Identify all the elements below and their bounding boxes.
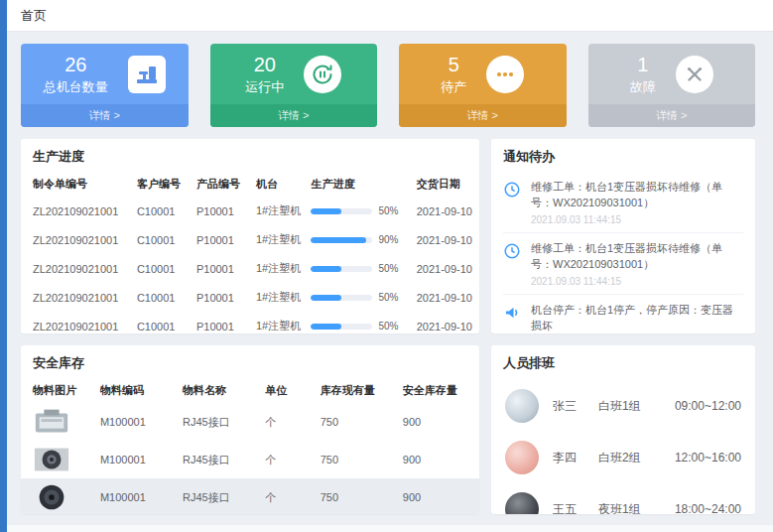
unit-cell: 个 [259,478,314,514]
notification-item[interactable]: 维修工单：机台1变压器损坏待维修（单号：WX202109031001） 2021… [503,172,743,233]
inventory-table: 物料图片 物料编码 物料名称 单位 库存现有量 安全库存量 [21,378,479,514]
stat-card-running[interactable]: 20 运行中 详情 > [210,44,378,127]
running-value: 20 [245,53,284,76]
col-safety-stock: 安全库存量 [397,378,479,403]
delivery-date-cell: 2021-09-10 [411,312,479,333]
total-machines-label: 总机台数量 [44,78,108,96]
machine-cell: 1#注塑机 [250,283,305,312]
running-icon [304,56,341,93]
material-name-cell: RJ45接口 [177,478,259,514]
progress-percent: 90% [378,234,398,245]
delivery-date-cell: 2021-09-10 [411,283,479,312]
safety-stock-cell: 900 [397,441,479,478]
customer-no-cell: C10001 [131,225,191,254]
shift-label: 白班2组 [598,450,664,466]
shift-time: 12:00~16:00 [675,451,741,465]
notification-content: 维修工单：机台1变压器损坏待维修（单号：WX202109031001） 2021… [531,180,743,225]
panel-safety-inventory: 安全库存 物料图片 物料编码 物料名称 单位 库存现有量 安全库存量 [21,345,479,514]
stat-card-text: 1 故障 [630,53,656,96]
product-no-cell: P10001 [191,254,250,283]
product-no-cell: P10001 [191,197,250,225]
stat-card-text: 20 运行中 [245,53,284,96]
progress-cell: 50% [305,197,410,225]
col-material-image: 物料图片 [21,378,94,403]
stat-card-body: 1 故障 [588,44,756,104]
running-detail-link[interactable]: 详情 > [210,104,378,127]
progress-bar-fill [311,208,341,214]
current-stock-cell: 750 [315,441,397,478]
stat-card-pending[interactable]: 5 待产 详情 > [399,44,567,127]
progress-percent: 50% [378,292,398,303]
col-unit: 单位 [259,378,314,403]
pending-detail-link[interactable]: 详情 > [399,104,567,127]
progress-bar-fill [311,266,341,272]
unit-cell: 个 [259,403,314,441]
stat-card-total-machines[interactable]: 26 总机台数量 详情 > [21,44,189,127]
notification-item[interactable]: 机台停产：机台1停产，停产原因：变压器损坏 2021.09.03 11:44:1… [503,295,743,333]
notifications-panel-title: 通知待办 [491,139,755,172]
pending-label: 待产 [441,78,466,96]
product-no-cell: P10001 [191,312,250,333]
col-order-no: 制令单编号 [21,172,131,197]
stat-card-body: 5 待产 [399,44,567,104]
fault-detail-link[interactable]: 详情 > [588,104,756,127]
pending-value: 5 [441,53,466,76]
progress-bar-track [311,237,372,243]
col-progress: 生产进度 [305,172,410,197]
avatar [505,389,539,423]
shift-label: 白班1组 [598,398,664,415]
total-machines-value: 26 [44,53,108,76]
delivery-date-cell: 2021-09-10 [411,197,479,225]
schedule-row: 张三 白班1组 09:00~12:00 [505,380,741,432]
progress-bar-track [311,324,372,330]
machine-icon [128,56,166,93]
panel-notifications: 通知待办 维修工单：机台1变压器损坏待维修（单号：WX202109031001）… [491,139,755,333]
machine-cell: 1#注塑机 [250,197,305,225]
machine-cell: 1#注塑机 [250,225,305,254]
production-table: 制令单编号 客户编号 产品编号 机台 生产进度 交货日期 ZL202109021… [21,172,479,333]
running-label: 运行中 [245,78,284,96]
production-row: ZL202109021001 C10001 P10001 1#注塑机 90% [21,225,479,254]
material-name-cell: RJ45接口 [177,403,259,441]
machine-cell: 1#注塑机 [250,312,305,333]
window-bottom-border [7,525,773,532]
customer-no-cell: C10001 [131,312,191,333]
production-row: ZL202109021001 C10001 P10001 1#注塑机 50% [21,197,479,225]
progress-cell: 50% [305,283,410,312]
notification-text: 机台停产：机台1停产，停产原因：变压器损坏 [531,303,743,333]
employee-name: 李四 [553,450,598,466]
round-connector-photo [33,445,70,474]
clock-icon [503,242,523,262]
material-code-cell: M100001 [94,403,177,441]
col-current-stock: 库存现有量 [315,378,397,403]
window-left-border [0,0,7,532]
shift-time: 09:00~12:00 [675,399,741,413]
material-code-cell: M100001 [94,478,177,514]
inventory-table-header: 物料图片 物料编码 物料名称 单位 库存现有量 安全库存量 [21,378,479,403]
current-stock-cell: 750 [315,478,397,514]
clock-icon [503,181,523,200]
total-machines-detail-link[interactable]: 详情 > [21,104,189,127]
order-no-cell: ZL202109021001 [21,197,131,225]
notification-content: 机台停产：机台1停产，停产原因：变压器损坏 2021.09.03 11:44:1… [531,303,743,333]
panel-production-progress: 生产进度 制令单编号 客户编号 产品编号 机台 生产进度 交货日期 [21,139,479,333]
progress-cell: 90% [305,225,410,254]
stat-card-fault[interactable]: 1 故障 详情 > [588,44,756,127]
material-image-cell [21,478,94,514]
notification-item[interactable]: 维修工单：机台1变压器损坏待维修（单号：WX202109031001） 2021… [503,233,743,295]
safety-stock-cell: 900 [397,403,479,441]
notification-text: 维修工单：机台1变压器损坏待维修（单号：WX202109031001） [531,180,743,211]
progress-bar-track [311,208,372,214]
shift-time: 18:00~24:00 [675,502,741,514]
tab-home[interactable]: 首页 [21,7,47,25]
col-delivery-date: 交货日期 [411,172,479,197]
inventory-row: M100001 RJ45接口 个 750 900 [21,478,479,514]
production-row: ZL202109021001 C10001 P10001 1#注塑机 50% [21,283,479,312]
stat-card-body: 26 总机台数量 [21,44,189,104]
safety-stock-cell: 900 [397,478,479,514]
stat-card-text: 26 总机台数量 [44,53,108,96]
notification-content: 维修工单：机台1变压器损坏待维修（单号：WX202109031001） 2021… [531,241,743,287]
order-no-cell: ZL202109021001 [21,312,131,333]
col-machine: 机台 [250,172,305,197]
col-product-no: 产品编号 [191,172,250,197]
